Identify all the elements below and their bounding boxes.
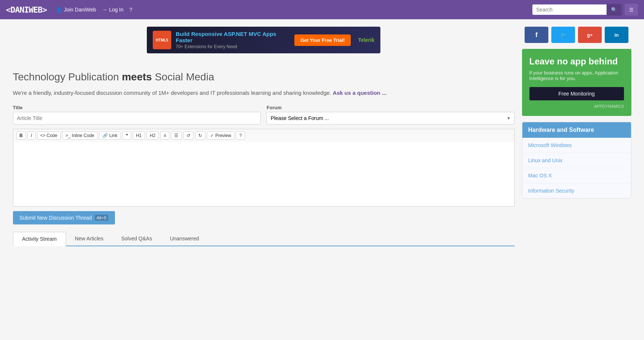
quote-btn[interactable]: ❝ <box>122 131 131 140</box>
appdynamics-ad: Leave no app behind If your business run… <box>522 49 631 116</box>
linkedin-button[interactable]: in <box>605 27 628 43</box>
title-label: Title <box>13 105 261 110</box>
free-monitoring-button[interactable]: Free Monitoring <box>529 87 624 100</box>
header-left: <DANIWEB> 👤 Join DaniWeb → Log In ? <box>6 5 132 14</box>
tabs-container: Activity Stream New Articles Solved Q&As… <box>13 232 515 246</box>
form-row: Title Forum Please Select a Forum ... Ha… <box>13 105 515 124</box>
search-button[interactable]: 🔍 <box>607 4 622 16</box>
link-btn[interactable]: 🔗 Link <box>99 131 120 140</box>
banner-text: Build Responsive ASP.NET MVC Apps Faster… <box>176 31 290 49</box>
tab-activity-stream[interactable]: Activity Stream <box>13 232 66 246</box>
banner-brand: Telerik <box>358 37 374 43</box>
forum-group: Forum Please Select a Forum ... Hardware… <box>267 105 515 124</box>
appdynamics-heading: Leave no app behind <box>529 56 624 67</box>
search-input[interactable] <box>532 4 607 15</box>
forum-select[interactable]: Please Select a Forum ... Hardware and S… <box>267 112 515 124</box>
sidebar: f 🐦 g+ in Leave no app behind If your bu… <box>522 27 631 246</box>
main-container: HTML5 Build Responsive ASP.NET MVC Apps … <box>7 19 637 254</box>
header: <DANIWEB> 👤 Join DaniWeb → Log In ? 🔍 ☰ <box>0 0 644 19</box>
h2-btn[interactable]: H2 <box>146 131 159 140</box>
list-item[interactable]: Linux and Unix <box>522 153 631 168</box>
header-right: 🔍 ☰ <box>532 4 638 16</box>
tab-unanswered[interactable]: Unanswered <box>161 232 208 246</box>
unordered-list-btn[interactable]: ☰ <box>171 131 182 140</box>
list-item[interactable]: Microsoft Windows <box>522 138 631 153</box>
ordered-list-btn[interactable]: ≡ <box>160 131 169 140</box>
preview-btn[interactable]: ✓ Preview <box>207 131 234 140</box>
google-button[interactable]: g+ <box>578 27 602 43</box>
help-link[interactable]: ? <box>129 7 132 13</box>
list-item[interactable]: Mac OS X <box>522 168 631 183</box>
italic-btn[interactable]: I <box>27 131 35 140</box>
editor-toolbar: B I <> Code >_ Inline Code 🔗 Link ❝ H1 H… <box>13 129 515 142</box>
tab-new-articles[interactable]: New Articles <box>66 232 112 246</box>
facebook-button[interactable]: f <box>525 27 548 43</box>
menu-icon: ☰ <box>629 7 634 13</box>
twitter-button[interactable]: 🐦 <box>551 27 575 43</box>
tab-solved-qas[interactable]: Solved Q&As <box>112 232 161 246</box>
header-nav: 👤 Join DaniWeb → Log In ? <box>56 7 132 13</box>
category-header: Hardware and Software <box>522 122 631 138</box>
category-section: Hardware and Software Microsoft Windows … <box>522 122 631 199</box>
banner-cta-button[interactable]: Get Your Free Trial! <box>294 34 350 46</box>
undo-btn[interactable]: ↺ <box>183 131 194 140</box>
redo-btn[interactable]: ↻ <box>195 131 205 140</box>
bold-btn[interactable]: B <box>16 131 26 140</box>
forum-label: Forum <box>267 105 515 110</box>
login-icon: → <box>102 7 107 13</box>
content-area: HTML5 Build Responsive ASP.NET MVC Apps … <box>13 27 515 246</box>
appdynamics-desc: If your business runs on apps, Applicati… <box>529 70 624 81</box>
code-btn[interactable]: <> Code <box>37 131 61 140</box>
help-editor-btn[interactable]: ? <box>236 131 245 140</box>
inline-code-btn[interactable]: >_ Inline Code <box>62 131 98 140</box>
search-icon: 🔍 <box>611 7 617 13</box>
search-box: 🔍 <box>532 4 622 16</box>
title-group: Title <box>13 105 261 124</box>
ask-question-link[interactable]: Ask us a question ... <box>333 90 386 96</box>
page-title: Technology Publication meets Social Medi… <box>13 71 515 83</box>
logo[interactable]: <DANIWEB> <box>6 5 47 14</box>
menu-button[interactable]: ☰ <box>625 4 638 16</box>
shortcut-badge: Alt+S <box>95 215 109 221</box>
person-add-icon: 👤 <box>56 7 62 13</box>
banner-ad: HTML5 Build Responsive ASP.NET MVC Apps … <box>147 27 380 53</box>
h1-btn[interactable]: H1 <box>133 131 145 140</box>
forum-select-wrapper: Please Select a Forum ... Hardware and S… <box>267 112 515 124</box>
list-item[interactable]: Information Security <box>522 183 631 198</box>
submit-button[interactable]: Submit New Discussion Thread Alt+S <box>13 211 115 224</box>
join-daniweb-link[interactable]: 👤 Join DaniWeb <box>56 7 96 13</box>
html5-badge: HTML5 <box>153 31 171 49</box>
social-buttons: f 🐦 g+ in <box>522 27 631 43</box>
editor-area[interactable] <box>13 142 515 207</box>
title-input[interactable] <box>13 112 261 124</box>
appdynamics-brand: APPDYNAMICS <box>529 104 624 109</box>
login-link[interactable]: → Log In <box>102 7 123 13</box>
page-description: We're a friendly, industry-focused discu… <box>13 89 515 97</box>
